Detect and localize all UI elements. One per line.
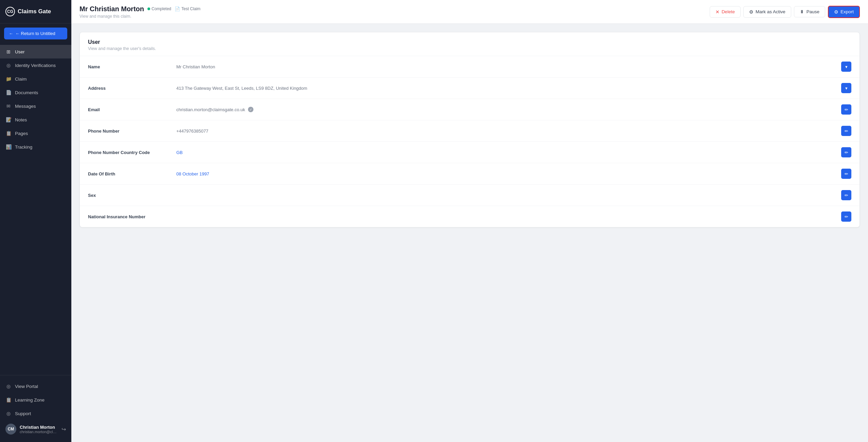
return-button[interactable]: ← ← Return to Untitled <box>4 28 67 39</box>
test-icon: 📄 <box>175 6 180 12</box>
export-label: Export <box>840 9 854 14</box>
row-value: Mr Christian Morton <box>176 64 841 69</box>
table-row: Sex ✏ <box>80 185 860 206</box>
user-display-email: christian.morton@claims.. <box>20 430 58 434</box>
sidebar-nav: ⊞User◎Identity Verifications📁Claim📄Docum… <box>0 44 71 375</box>
sidebar-item-view-portal[interactable]: ◎View Portal <box>0 379 71 393</box>
sidebar-item-tracking[interactable]: 📊Tracking <box>0 140 71 154</box>
edit-button[interactable]: ✏ <box>841 126 851 136</box>
sidebar-label-learning-zone: Learning Zone <box>15 397 45 403</box>
tracking-icon: 📊 <box>5 144 12 150</box>
table-row: Phone Number +447976385077 ✏ <box>80 120 860 142</box>
user-info[interactable]: CM Christian Morton christian.morton@cla… <box>0 420 71 438</box>
header-title-area: Mr Christian Morton Completed 📄 Test Cla… <box>79 5 200 13</box>
edit-button[interactable]: ✏ <box>841 104 851 115</box>
row-value-text: christian.morton@claimsgate.co.uk <box>176 107 245 112</box>
sidebar: CG Claims Gate ← ← Return to Untitled ⊞U… <box>0 0 71 442</box>
mark-active-button[interactable]: ⚙ Mark as Active <box>743 6 791 18</box>
row-value: GB <box>176 150 841 155</box>
header-actions: ✕ Delete ⚙ Mark as Active ⏸ Pause ⚙ Expo… <box>710 6 860 18</box>
user-details: Christian Morton christian.morton@claims… <box>20 425 58 434</box>
test-badge: 📄 Test Claim <box>175 6 200 12</box>
dropdown-button[interactable]: ▾ <box>841 83 851 93</box>
row-label: Address <box>88 86 176 91</box>
sidebar-item-claim[interactable]: 📁Claim <box>0 72 71 86</box>
dropdown-button[interactable]: ▾ <box>841 62 851 72</box>
row-actions: ✏ <box>841 147 851 157</box>
delete-button[interactable]: ✕ Delete <box>710 6 741 18</box>
status-badge: Completed <box>147 6 171 11</box>
delete-icon: ✕ <box>715 9 720 15</box>
row-value-text: 413 The Gateway West, East St, Leeds, LS… <box>176 86 307 91</box>
edit-button[interactable]: ✏ <box>841 190 851 200</box>
support-icon: ◎ <box>5 410 12 417</box>
sidebar-label-messages: Messages <box>15 104 36 109</box>
mark-active-label: Mark as Active <box>756 9 785 14</box>
row-actions: ▾ <box>841 62 851 72</box>
row-label: Date Of Birth <box>88 171 176 176</box>
edit-button[interactable]: ✏ <box>841 211 851 222</box>
row-label: Email <box>88 107 176 112</box>
sidebar-item-identity[interactable]: ◎Identity Verifications <box>0 58 71 72</box>
logo-text: Claims Gate <box>18 8 51 15</box>
row-label: Phone Number <box>88 129 176 134</box>
edit-button[interactable]: ✏ <box>841 147 851 157</box>
row-label: National Insurance Number <box>88 214 176 219</box>
return-icon: ← <box>9 31 13 36</box>
sidebar-item-learning-zone[interactable]: 📋Learning Zone <box>0 393 71 407</box>
table-row: Address 413 The Gateway West, East St, L… <box>80 78 860 99</box>
row-actions: ✏ <box>841 190 851 200</box>
export-icon: ⚙ <box>834 9 838 15</box>
identity-icon: ◎ <box>5 62 12 68</box>
table-row: Phone Number Country Code GB ✏ <box>80 142 860 163</box>
logout-icon[interactable]: ↪ <box>61 426 66 432</box>
row-value-text: 08 October 1997 <box>176 171 209 176</box>
sidebar-item-messages[interactable]: ✉Messages <box>0 99 71 113</box>
sidebar-bottom: ◎View Portal📋Learning Zone◎Support CM Ch… <box>0 375 71 442</box>
header-left: Mr Christian Morton Completed 📄 Test Cla… <box>79 5 200 19</box>
sidebar-label-user: User <box>15 49 25 54</box>
status-dot <box>147 7 150 10</box>
card-title: User <box>88 39 851 45</box>
pause-icon: ⏸ <box>800 9 804 14</box>
sidebar-label-claim: Claim <box>15 76 27 82</box>
sidebar-logo: CG Claims Gate <box>0 0 71 23</box>
table-row: National Insurance Number ✏ <box>80 206 860 227</box>
user-display-name: Christian Morton <box>20 425 58 430</box>
row-value: 413 The Gateway West, East St, Leeds, LS… <box>176 86 841 91</box>
row-value: christian.morton@claimsgate.co.uk ✓ <box>176 107 841 112</box>
export-button[interactable]: ⚙ Export <box>828 6 860 18</box>
row-actions: ✏ <box>841 169 851 179</box>
sidebar-item-documents[interactable]: 📄Documents <box>0 86 71 99</box>
learning-zone-icon: 📋 <box>5 397 12 403</box>
row-label: Phone Number Country Code <box>88 150 176 155</box>
sidebar-item-notes[interactable]: 📝Notes <box>0 113 71 126</box>
table-row: Name Mr Christian Morton ▾ <box>80 56 860 78</box>
messages-icon: ✉ <box>5 103 12 109</box>
view-portal-icon: ◎ <box>5 383 12 389</box>
row-actions: ✏ <box>841 104 851 115</box>
sidebar-label-pages: Pages <box>15 131 28 136</box>
sidebar-label-view-portal: View Portal <box>15 384 38 389</box>
documents-icon: 📄 <box>5 89 12 96</box>
pause-button[interactable]: ⏸ Pause <box>794 6 825 17</box>
sidebar-item-support[interactable]: ◎Support <box>0 407 71 420</box>
user-card: User View and manage the user's details.… <box>79 32 860 227</box>
row-value: 08 October 1997 <box>176 171 841 176</box>
return-label: ← Return to Untitled <box>15 31 55 36</box>
pages-icon: 📋 <box>5 130 12 136</box>
sidebar-item-user[interactable]: ⊞User <box>0 45 71 58</box>
edit-button[interactable]: ✏ <box>841 169 851 179</box>
row-value: +447976385077 <box>176 129 841 134</box>
sidebar-item-pages[interactable]: 📋Pages <box>0 126 71 140</box>
card-subtitle: View and manage the user's details. <box>88 46 851 51</box>
notes-icon: 📝 <box>5 117 12 123</box>
avatar: CM <box>5 424 16 435</box>
row-label: Sex <box>88 193 176 198</box>
sidebar-label-notes: Notes <box>15 117 27 122</box>
card-header: User View and manage the user's details. <box>80 32 860 56</box>
row-value-text: Mr Christian Morton <box>176 64 215 69</box>
table-row: Email christian.morton@claimsgate.co.uk … <box>80 99 860 120</box>
user-icon: ⊞ <box>5 49 12 55</box>
verified-icon: ✓ <box>248 107 253 112</box>
